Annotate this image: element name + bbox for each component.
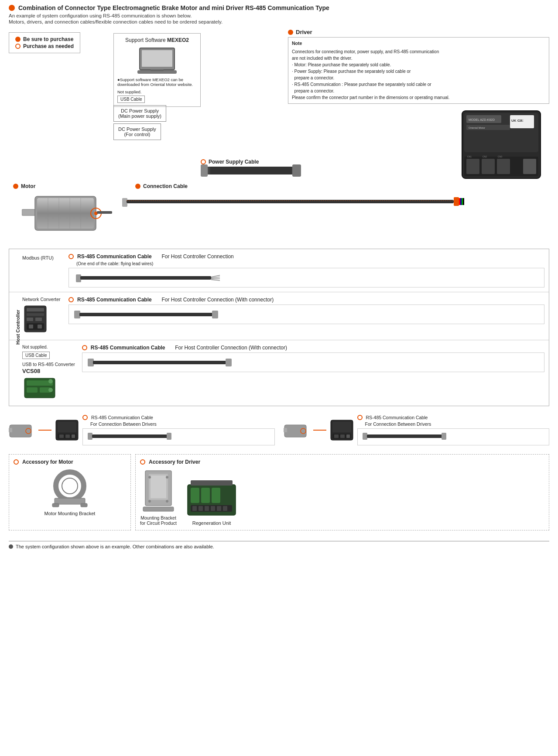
accessory-driver-circle	[140, 459, 145, 465]
svg-rect-48	[27, 318, 33, 321]
subtitle2: Motors, drivers, and connection cables/f…	[9, 19, 549, 24]
connection-cable-label: Connection Cable	[143, 183, 188, 189]
svg-line-41	[211, 275, 220, 277]
svg-rect-88	[363, 433, 367, 440]
usb-converter-not-supplied: Not supplied.	[22, 345, 75, 349]
footer-text: The system configuration shown above is …	[16, 544, 214, 549]
host-controller-label: Host Controller	[15, 310, 21, 345]
main-diagram: Be sure to purchase Purchase as needed S…	[9, 25, 549, 549]
svg-rect-111	[205, 506, 209, 511]
motor-circle-icon	[13, 184, 18, 189]
svg-rect-85	[334, 434, 339, 438]
power-cable-img	[201, 167, 301, 174]
network-converter-image	[22, 304, 48, 334]
svg-rect-40	[80, 276, 211, 280]
host-controller-section: Host Controller Modbus (RTU) RS-485 Comm…	[9, 249, 549, 406]
svg-point-102	[166, 500, 168, 503]
svg-rect-93	[55, 498, 85, 504]
rs485-connector1-sublabel: For Host Controller Connection (With con…	[161, 297, 274, 303]
svg-rect-23	[37, 198, 94, 229]
power-cable-label-row: Power Supply Cable	[201, 159, 549, 165]
svg-point-91	[56, 472, 84, 500]
small-motor-left	[9, 421, 35, 439]
usb-converter-row: Not supplied. USB Cable USB to RS-485 Co…	[9, 340, 549, 406]
usb-cable-box: USB Cable	[117, 96, 145, 103]
svg-rect-95	[81, 503, 87, 507]
power-cable-circle	[201, 159, 206, 164]
svg-rect-47	[27, 313, 44, 316]
svg-rect-107	[212, 488, 220, 503]
usb-cable-box2: USB Cable	[22, 352, 50, 359]
svg-rect-106	[201, 488, 210, 503]
accessory-driver-box: Accessory for Driver	[135, 454, 549, 530]
svg-line-42	[211, 277, 220, 278]
driver-label: Driver	[296, 29, 312, 35]
rs485-connector2-circle	[82, 345, 87, 350]
svg-rect-58	[27, 387, 38, 393]
svg-text:Oriental Motor: Oriental Motor	[469, 127, 485, 129]
motor-bracket-image	[48, 469, 92, 508]
laptop-icon	[137, 46, 177, 74]
svg-rect-36	[460, 198, 462, 205]
svg-rect-103	[143, 507, 174, 511]
small-driver-left	[55, 419, 79, 441]
accessory-motor-box: Accessory for Motor Motor Mounting Brack…	[9, 454, 131, 530]
driver-section: Driver Note Connectors for connecting mo…	[279, 29, 549, 181]
svg-rect-35	[459, 198, 460, 205]
svg-point-99	[148, 476, 151, 479]
svg-rect-74	[72, 434, 75, 438]
accessory-driver-header: Accessory for Driver	[149, 459, 200, 465]
rs485-connector1-cable-box	[68, 304, 544, 324]
svg-rect-86	[340, 434, 345, 438]
rs485-between-left-circle	[82, 415, 88, 420]
mounting-bracket-label: Mounting Bracketfor Circuit Product	[140, 515, 177, 526]
rs485-connector2-label: RS-485 Communication Cable	[91, 345, 165, 351]
driver-accessories-items: Mounting Bracketfor Circuit Product	[140, 469, 544, 526]
regen-unit-image	[185, 478, 238, 517]
sure-to-purchase-label: Be sure to purchase	[23, 36, 73, 42]
svg-rect-34	[454, 197, 459, 206]
rs485-between-left-label: RS-485 Communication Cable	[91, 415, 153, 420]
svg-rect-78	[284, 425, 306, 437]
usb-cable-label: USB Cable	[120, 97, 142, 102]
motor-bracket-item: Motor Mounting Bracket	[14, 469, 126, 516]
svg-rect-73	[65, 434, 70, 438]
control-power-box: DC Power Supply (For control)	[113, 123, 161, 140]
rs485-flying-note: (One end of the cable: flying lead wires…	[76, 261, 544, 266]
svg-text:CN3: CN3	[498, 155, 502, 158]
svg-rect-70	[58, 422, 76, 432]
svg-rect-98	[151, 475, 166, 498]
left-driver-cluster: RS-485 Communication Cable For Connectio…	[9, 415, 275, 445]
svg-rect-49	[35, 318, 42, 321]
svg-rect-114	[223, 506, 227, 511]
rs485-between-left-cable	[82, 428, 275, 445]
title-icon	[9, 5, 15, 11]
modbus-label: Modbus (RTU)	[22, 253, 62, 260]
orange-wire-right	[313, 428, 326, 432]
svg-point-61	[48, 388, 53, 392]
svg-point-100	[166, 476, 168, 479]
svg-rect-54	[79, 313, 212, 316]
not-supplied-label: Not supplied.	[117, 89, 197, 94]
power-cable-label: Power Supply Cable	[209, 159, 259, 165]
svg-text:CN1: CN1	[467, 155, 472, 158]
rs485-connector2-sublabel: For Host Controller Connection (With con…	[175, 345, 287, 351]
svg-point-101	[148, 500, 151, 503]
svg-rect-79	[284, 428, 287, 432]
page-header: Combination of Connector Type Electromag…	[9, 4, 549, 24]
small-motor-right	[284, 421, 310, 439]
motor-image	[22, 192, 113, 237]
connection-cable-img	[118, 192, 467, 211]
driver-note: Note Connectors for connecting motor, po…	[288, 37, 549, 104]
sure-to-purchase-icon	[15, 37, 21, 42]
rs485-connector2-cable-box	[82, 352, 544, 372]
rs485-between-right-label: RS-485 Communication Cable	[366, 415, 428, 420]
svg-text:MODEL AZD-K82D: MODEL AZD-K82D	[469, 118, 495, 121]
svg-rect-62	[88, 359, 94, 366]
svg-rect-37	[462, 198, 463, 205]
rs485-flying-sublabel: For Host Controller Connection	[161, 253, 233, 260]
rs485-between-left-sub: For Connection Between Drivers	[90, 421, 275, 427]
svg-rect-30	[97, 211, 112, 214]
rs485-connector1-label: RS-485 Communication Cable	[77, 297, 152, 303]
driver-note-text: Connectors for connecting motor, power s…	[292, 48, 545, 101]
